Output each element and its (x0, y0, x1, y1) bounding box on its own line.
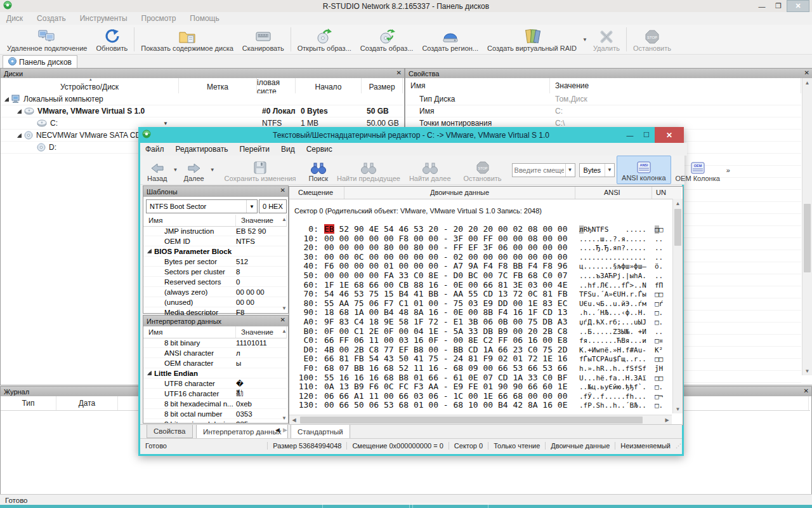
tab-scroll-right-icon[interactable]: ▶ (283, 427, 287, 433)
interpreter-row[interactable]: OEM characterы (143, 358, 287, 368)
properties-panel-close-icon[interactable]: ✕ (804, 69, 809, 76)
editor-stop-button[interactable]: STOP Остановить (459, 156, 506, 184)
remote-connect-button[interactable]: Удаленное подключение (3, 25, 91, 54)
chevron-down-icon[interactable]: ▼ (605, 164, 614, 177)
open-image-button[interactable]: Открыть образ... (293, 25, 356, 54)
column-header-2[interactable]: Дата (56, 396, 118, 410)
selected-unicode-char[interactable]: □ (655, 225, 659, 234)
template-row[interactable]: JMP instructionEB 52 90 (143, 226, 287, 236)
column-header-2[interactable]: Значение (550, 78, 801, 93)
editor-minimize-button[interactable]: — (622, 131, 638, 139)
forward-dropdown-arrow[interactable]: ▼ (209, 167, 216, 173)
column-header-2[interactable]: Значение (236, 215, 287, 226)
delete-button[interactable]: Удалить (589, 25, 624, 54)
expander-icon[interactable] (147, 249, 152, 253)
hex-vscrollbar[interactable]: ▲ ▼ (672, 199, 683, 413)
resize-grip[interactable]: ⋰ (676, 443, 682, 449)
scroll-up-icon[interactable]: ▲ (282, 217, 287, 222)
template-select[interactable]: NTFS Boot Sector ▼ (146, 199, 258, 213)
column-header-2[interactable]: Значение (236, 326, 287, 338)
interpreter-row[interactable]: ANSI characterл (143, 348, 287, 358)
back-dropdown-arrow[interactable]: ▼ (172, 167, 180, 173)
scroll-left-icon[interactable]: ◀ (289, 415, 299, 425)
editor-menu-service[interactable]: Сервис (306, 145, 332, 154)
offset-combo[interactable]: ▼ (512, 163, 575, 177)
template-row[interactable]: OEM IDNTFS (143, 236, 287, 246)
tab-properties[interactable]: Свойства (147, 425, 193, 438)
interpreter-panel-close-icon[interactable]: ✕ (280, 316, 285, 323)
stop-button[interactable]: STOP Остановить (629, 25, 676, 54)
column-header-1[interactable]: Имя (143, 215, 236, 226)
menu-create[interactable]: Создать (37, 14, 66, 23)
interpreter-row[interactable]: 8 bit binary11101011 (143, 338, 287, 348)
scroll-up-icon[interactable]: ▲ (802, 78, 812, 87)
tab-data-interpreter[interactable]: Интерпретатор данных (196, 425, 288, 439)
disk-tree-row[interactable]: Локальный компьютер (1, 93, 403, 105)
templates-panel-close-icon[interactable]: ✕ (280, 187, 285, 194)
disks-panel-close-icon[interactable]: ✕ (396, 69, 402, 76)
selected-ansi-char[interactable]: л (579, 225, 584, 234)
column-header-1[interactable]: Тип (1, 396, 56, 410)
column-header-1[interactable]: Имя (405, 78, 550, 93)
scroll-down-icon[interactable]: ▼ (802, 366, 812, 375)
editor-maximize-button[interactable]: ☐ (638, 131, 655, 139)
template-row[interactable]: BIOS Parameter Block (143, 246, 287, 257)
editor-menu-file[interactable]: Файл (145, 145, 164, 154)
offset-input[interactable] (513, 166, 565, 175)
scroll-down-icon[interactable]: ▼ (282, 305, 287, 311)
log-panel-close-icon[interactable]: ✕ (804, 387, 809, 394)
scroll-down-icon[interactable]: ▼ (282, 415, 287, 421)
chevron-down-icon[interactable]: ▼ (565, 164, 575, 177)
tab-disk-panel[interactable]: Панель дисков (3, 55, 77, 68)
menu-help[interactable]: Помощь (190, 14, 219, 23)
interpreter-row[interactable]: UTF16 character勫 (143, 389, 287, 399)
property-row[interactable]: Тип ДискаТом,Диск (405, 93, 801, 105)
tab-standard-view[interactable]: Стандартный (291, 425, 350, 439)
forward-button[interactable]: Далее (179, 156, 208, 184)
interpreter-row[interactable]: Little Endian (143, 368, 287, 378)
hex-vscrollbar-thumb[interactable] (674, 209, 681, 246)
refresh-button[interactable]: Обновить (91, 25, 132, 54)
template-row[interactable]: (unused)00 00 (143, 297, 287, 307)
save-changes-button[interactable]: Сохранить изменения (220, 156, 301, 184)
unit-combo[interactable]: Bytes ▼ (579, 163, 615, 177)
scroll-up-icon[interactable]: ▲ (282, 328, 287, 334)
template-row[interactable]: Bytes per sector512 (143, 257, 287, 267)
search-button[interactable]: Поиск (304, 156, 332, 184)
ansi-column-toggle[interactable]: ANSI ANSI колонка (617, 156, 671, 184)
oem-column-toggle[interactable]: OEM ОЕМ Колонка (671, 156, 724, 184)
scan-button[interactable]: Сканировать (238, 25, 289, 54)
find-previous-button[interactable]: Найти предыдущее (332, 156, 405, 184)
scroll-down-icon[interactable]: ▼ (673, 404, 683, 413)
expander-icon[interactable] (147, 371, 152, 375)
back-button[interactable]: Назад (143, 156, 172, 184)
editor-menu-goto[interactable]: Перейти (239, 145, 270, 154)
create-virtual-raid-button[interactable]: Создать виртуальный RAID (483, 25, 581, 54)
template-row[interactable]: (always zero)00 00 00 (143, 287, 287, 297)
editor-menu-edit[interactable]: Редактировать (176, 145, 228, 154)
interpreter-row[interactable]: 8 bit unsigned deci...235 (143, 419, 287, 424)
hex-hscrollbar-thumb[interactable] (300, 417, 643, 424)
interpreter-row[interactable]: 8 bit hexadecimal n...0xeb (143, 399, 287, 409)
scroll-right-icon[interactable]: ▶ (662, 415, 672, 425)
selected-byte[interactable]: EB (324, 224, 334, 234)
properties-scrollbar-thumb[interactable] (804, 204, 811, 272)
create-image-button[interactable]: Создать образ... (356, 25, 418, 54)
disk-tree-row[interactable]: VMware, VMware Virtual S 1.0#0 Локал...0… (1, 105, 403, 117)
interpreter-row[interactable]: UTF8 character� (143, 378, 287, 389)
editor-menu-view[interactable]: Вид (281, 145, 295, 154)
create-region-button[interactable]: Создать регион... (417, 25, 483, 54)
main-close-button[interactable]: ✕ (787, 0, 809, 12)
tab-scroll-left-icon[interactable]: ◀ (275, 427, 280, 433)
editor-close-button[interactable]: ✕ (655, 127, 684, 143)
scroll-up-icon[interactable]: ▲ (673, 199, 683, 208)
find-next-button[interactable]: Найти далее (405, 156, 455, 184)
expander-icon[interactable] (17, 133, 22, 138)
show-disk-content-button[interactable]: Показать содержимое диска (136, 25, 238, 54)
main-minimize-button[interactable]: — (754, 1, 770, 11)
menu-view[interactable]: Просмотр (141, 14, 176, 23)
interpreter-row[interactable]: 8 bit octal number0353 (143, 409, 287, 419)
expander-icon[interactable] (4, 97, 9, 102)
hex-hscrollbar[interactable]: ◀ ▶ (289, 415, 672, 425)
raid-dropdown-arrow[interactable]: ▼ (581, 37, 589, 43)
